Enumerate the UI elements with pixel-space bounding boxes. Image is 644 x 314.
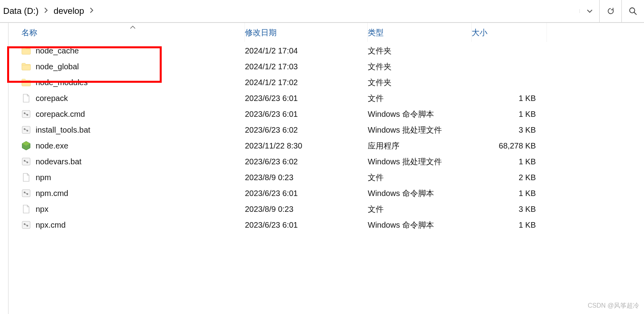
file-name: npm.cmd	[36, 189, 68, 198]
refresh-button[interactable]	[600, 0, 622, 23]
file-type: Windows 命令脚本	[368, 220, 472, 230]
table-row[interactable]: node_modules2024/1/2 17:02文件夹	[9, 74, 644, 90]
file-name: corepack	[36, 94, 68, 103]
file-date: 2023/6/23 6:01	[245, 110, 368, 119]
file-date: 2023/11/22 8:30	[245, 141, 368, 150]
file-type: 文件	[368, 93, 472, 104]
table-row[interactable]: npm.cmd2023/6/23 6:01Windows 命令脚本1 KB	[9, 185, 644, 201]
file-type: Windows 批处理文件	[368, 156, 472, 167]
file-size: 3 KB	[472, 126, 541, 135]
file-name: node_cache	[36, 46, 79, 55]
file-type: 应用程序	[368, 141, 472, 151]
file-date: 2023/6/23 6:01	[245, 94, 368, 103]
file-type: Windows 命令脚本	[368, 109, 472, 120]
file-name: npm	[36, 173, 51, 182]
chevron-right-icon[interactable]	[41, 8, 51, 15]
table-row[interactable]: node_cache2024/1/2 17:04文件夹	[9, 43, 644, 59]
svg-point-0	[630, 8, 635, 13]
table-row[interactable]: nodevars.bat2023/6/23 6:02Windows 批处理文件1…	[9, 154, 644, 169]
file-type: 文件夹	[368, 77, 472, 88]
file-date: 2024/1/2 17:04	[245, 46, 368, 55]
file-name: node.exe	[36, 141, 68, 150]
file-name: node_modules	[36, 78, 88, 87]
file-icon	[21, 173, 31, 182]
file-date: 2023/8/9 0:23	[245, 205, 368, 214]
file-name: install_tools.bat	[36, 126, 90, 135]
cmd-script-icon	[21, 220, 31, 230]
file-name: npx	[36, 205, 48, 214]
cmd-script-icon	[21, 125, 31, 135]
watermark-text: CSDN @风筝超冷	[588, 302, 639, 310]
column-header-type[interactable]: 类型	[368, 23, 472, 42]
cmd-script-icon	[21, 109, 31, 119]
table-row[interactable]: install_tools.bat2023/6/23 6:02Windows 批…	[9, 122, 644, 138]
table-row[interactable]: npx2023/8/9 0:23文件3 KB	[9, 201, 644, 217]
cmd-script-icon	[21, 188, 31, 198]
file-date: 2023/6/23 6:02	[245, 157, 368, 166]
file-type: Windows 命令脚本	[368, 188, 472, 199]
file-icon	[21, 204, 31, 214]
breadcrumb[interactable]: Data (D:) develop	[0, 0, 600, 23]
column-headers: 名称 修改日期 类型 大小	[9, 23, 644, 42]
folder-icon	[21, 62, 31, 71]
file-type: 文件夹	[368, 61, 472, 72]
table-row[interactable]: node_global2024/1/2 17:03文件夹	[9, 59, 644, 74]
file-type: Windows 批处理文件	[368, 125, 472, 135]
file-type: 文件	[368, 172, 472, 183]
breadcrumb-segment[interactable]: develop	[51, 6, 86, 16]
file-icon	[21, 93, 31, 103]
file-size: 3 KB	[472, 205, 541, 214]
search-button[interactable]	[622, 0, 644, 23]
file-size: 1 KB	[472, 189, 541, 198]
table-row[interactable]: corepack.cmd2023/6/23 6:01Windows 命令脚本1 …	[9, 106, 644, 122]
table-row[interactable]: npx.cmd2023/6/23 6:01Windows 命令脚本1 KB	[9, 217, 644, 233]
sort-indicator-icon	[130, 25, 136, 30]
breadcrumb-dropdown[interactable]	[579, 9, 599, 13]
folder-icon	[21, 46, 31, 55]
column-header-size[interactable]: 大小	[472, 23, 547, 42]
file-name: nodevars.bat	[36, 157, 82, 166]
file-size: 1 KB	[472, 94, 541, 103]
column-header-date[interactable]: 修改日期	[245, 23, 368, 42]
file-name: corepack.cmd	[36, 110, 85, 119]
table-row[interactable]: corepack2023/6/23 6:01文件1 KB	[9, 90, 644, 106]
file-date: 2024/1/2 17:02	[245, 78, 368, 87]
file-date: 2023/8/9 0:23	[245, 173, 368, 182]
file-size: 2 KB	[472, 173, 541, 182]
file-date: 2023/6/23 6:01	[245, 189, 368, 198]
file-date: 2024/1/2 17:03	[245, 62, 368, 71]
file-size: 1 KB	[472, 157, 541, 166]
file-date: 2023/6/23 6:01	[245, 221, 368, 230]
table-row[interactable]: npm2023/8/9 0:23文件2 KB	[9, 169, 644, 185]
node-exe-icon	[21, 141, 31, 150]
svg-line-1	[634, 12, 636, 15]
file-size: 1 KB	[472, 221, 541, 230]
folder-icon	[21, 78, 31, 87]
breadcrumb-segment[interactable]: Data (D:)	[1, 6, 41, 16]
chevron-right-icon[interactable]	[86, 8, 97, 15]
cmd-script-icon	[21, 157, 31, 166]
file-rows: node_cache2024/1/2 17:04文件夹node_global20…	[9, 42, 644, 233]
file-type: 文件夹	[368, 46, 472, 56]
table-row[interactable]: node.exe2023/11/22 8:30应用程序68,278 KB	[9, 138, 644, 154]
file-type: 文件	[368, 204, 472, 215]
file-list-pane: 名称 修改日期 类型 大小 node_cache2024/1/2 17:04文件…	[8, 23, 644, 314]
file-size: 68,278 KB	[472, 141, 541, 150]
file-name: node_global	[36, 62, 79, 71]
file-size: 1 KB	[472, 110, 541, 119]
address-bar: Data (D:) develop	[0, 0, 644, 23]
file-name: npx.cmd	[36, 221, 66, 230]
file-date: 2023/6/23 6:02	[245, 126, 368, 135]
